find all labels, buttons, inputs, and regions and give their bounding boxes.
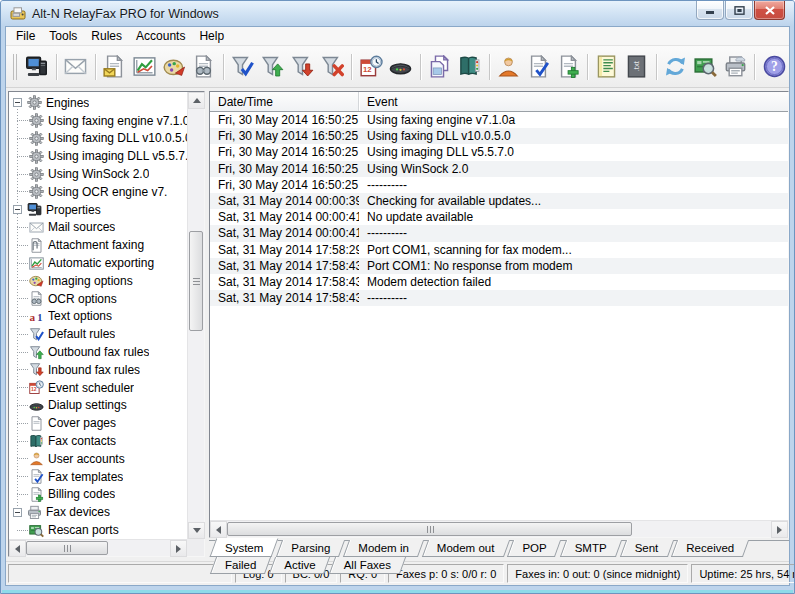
toolbar-button-card-magnifier[interactable] — [691, 52, 719, 82]
tree-item-using-imaging-dll-v5-5-7-0[interactable]: Using imaging DLL v5.5.7.0 — [9, 147, 187, 165]
tree-expand-toggle[interactable] — [13, 98, 22, 107]
tree-item-engines[interactable]: Engines — [9, 94, 187, 112]
scroll-down-button[interactable] — [188, 522, 205, 539]
toolbar-button-doc-binoculars[interactable] — [190, 52, 218, 82]
log-row[interactable]: Sat, 31 May 2014 17:58:43---------- — [210, 290, 788, 306]
tree-item-using-faxing-dll-v10-0-5-0[interactable]: Using faxing DLL v10.0.5.0 — [9, 130, 187, 148]
minimize-button[interactable] — [696, 1, 724, 20]
scroll-right-button[interactable] — [771, 521, 788, 538]
tab-pop[interactable]: POP — [510, 540, 558, 557]
tree-item-using-faxing-engine-v7-1-0a[interactable]: Using faxing engine v7.1.0a — [9, 112, 187, 130]
tab-modem-in[interactable]: Modem in — [346, 540, 421, 557]
toolbar-button-chart[interactable] — [130, 52, 158, 82]
tree-item-using-winsock-2-0[interactable]: Using WinSock 2.0 — [9, 165, 187, 183]
tab-active[interactable]: Active — [272, 557, 327, 574]
tree-item-fax-devices[interactable]: Fax devices — [9, 503, 187, 521]
scrollbar-thumb[interactable] — [26, 541, 108, 555]
scrollbar-track[interactable] — [227, 521, 771, 537]
toolbar-button-doc-check[interactable] — [524, 52, 552, 82]
app-fax-icon[interactable] — [10, 6, 26, 22]
tree-horizontal-scrollbar[interactable] — [9, 539, 187, 556]
log-row[interactable]: Sat, 31 May 2014 17:58:43Modem detection… — [210, 274, 788, 290]
log-row[interactable]: Sat, 31 May 2014 17:58:29Port COM1, scan… — [210, 242, 788, 258]
toolbar-button-refresh[interactable] — [662, 52, 690, 82]
tree-expand-toggle[interactable] — [13, 508, 22, 517]
tree-item-billing-codes[interactable]: Billing codes — [9, 486, 187, 504]
tree-item-fax-templates[interactable]: Fax templates — [9, 468, 187, 486]
tree-item-automatic-exporting[interactable]: Automatic exporting — [9, 254, 187, 272]
toolbar-button-book[interactable] — [456, 52, 484, 82]
tree-item-rescan-ports[interactable]: Rescan ports — [9, 521, 187, 539]
toolbar-button-funnel-down[interactable] — [289, 52, 317, 82]
tree-item-attachment-faxing[interactable]: Attachment faxing — [9, 236, 187, 254]
toolbar-button-printer-cloud[interactable] — [721, 52, 749, 82]
tree-item-outbound-fax-rules[interactable]: Outbound fax rules — [9, 343, 187, 361]
log-row[interactable]: Fri, 30 May 2014 16:50:25Using imaging D… — [210, 144, 788, 160]
tab-modem-out[interactable]: Modem out — [425, 540, 507, 557]
menu-item-rules[interactable]: Rules — [84, 28, 129, 44]
scrollbar-thumb[interactable] — [189, 231, 203, 331]
toolbar-button-help[interactable]: ? — [760, 52, 788, 82]
toolbar-button-person[interactable] — [494, 52, 522, 82]
menu-item-accounts[interactable]: Accounts — [129, 28, 192, 44]
scroll-left-button[interactable] — [9, 540, 26, 557]
tree-item-cover-pages[interactable]: Cover pages — [9, 414, 187, 432]
tree-vertical-scrollbar[interactable] — [187, 92, 204, 539]
tab-received[interactable]: Received — [674, 540, 746, 557]
tree-item-properties[interactable]: Properties — [9, 201, 187, 219]
tree-item-user-accounts[interactable]: User accounts — [9, 450, 187, 468]
toolbar-gripper[interactable] — [13, 54, 14, 80]
toolbar-button-funnel-x[interactable] — [318, 52, 346, 82]
tab-failed[interactable]: Failed — [213, 557, 268, 574]
toolbar-button-doc-mail[interactable] — [100, 52, 128, 82]
scroll-right-button[interactable] — [170, 540, 187, 557]
tree-item-default-rules[interactable]: Default rules — [9, 325, 187, 343]
toolbar-button-docs-copy[interactable] — [426, 52, 454, 82]
scrollbar-track[interactable] — [188, 109, 204, 522]
tree-item-mail-sources[interactable]: Mail sources — [9, 219, 187, 237]
tab-parsing[interactable]: Parsing — [279, 540, 342, 557]
scroll-up-button[interactable] — [188, 92, 205, 109]
toolbar-button-dark-doc[interactable]: .txt — [623, 52, 651, 82]
tab-smtp[interactable]: SMTP — [563, 540, 619, 557]
tree-expand-toggle[interactable] — [13, 205, 22, 214]
menu-item-help[interactable]: Help — [192, 28, 231, 44]
tab-system[interactable]: System — [213, 540, 275, 557]
menu-item-file[interactable]: File — [9, 28, 42, 44]
toolbar-button-list-doc[interactable] — [593, 52, 621, 82]
title-bar[interactable]: Alt-N RelayFax PRO for Windows — [1, 1, 794, 26]
tree-item-ocr-options[interactable]: OCR options — [9, 290, 187, 308]
scrollbar-track[interactable] — [26, 540, 170, 556]
tree-item-inbound-fax-rules[interactable]: Inbound fax rules — [9, 361, 187, 379]
tree-item-fax-contacts[interactable]: Fax contacts — [9, 432, 187, 450]
log-row[interactable]: Sat, 31 May 2014 00:00:41---------- — [210, 225, 788, 241]
scroll-left-button[interactable] — [210, 521, 227, 538]
tab-sent[interactable]: Sent — [623, 540, 671, 557]
log-row[interactable]: Fri, 30 May 2014 16:50:25Using WinSock 2… — [210, 161, 788, 177]
toolbar-button-funnel-up[interactable] — [259, 52, 287, 82]
menu-item-tools[interactable]: Tools — [42, 28, 84, 44]
toolbar-button-doc-plus[interactable] — [554, 52, 582, 82]
log-horizontal-scrollbar[interactable] — [210, 520, 788, 537]
log-row[interactable]: Sat, 31 May 2014 00:00:39Checking for av… — [210, 193, 788, 209]
toolbar-button-funnel-check[interactable] — [229, 52, 257, 82]
toolbar-button-envelope[interactable] — [62, 52, 90, 82]
log-row[interactable]: Sat, 31 May 2014 00:00:41No update avail… — [210, 209, 788, 225]
toolbar-button-palette[interactable] — [160, 52, 188, 82]
toolbar-button-modem[interactable] — [387, 52, 415, 82]
tree-item-imaging-options[interactable]: Imaging options — [9, 272, 187, 290]
tree-item-using-ocr-engine-v7[interactable]: Using OCR engine v7. — [9, 183, 187, 201]
column-header-event[interactable]: Event — [359, 92, 788, 111]
toolbar-button-calendar-clock[interactable]: 12 — [357, 52, 385, 82]
log-row[interactable]: Fri, 30 May 2014 16:50:25Using faxing DL… — [210, 128, 788, 144]
maximize-button[interactable] — [725, 1, 753, 20]
tree-item-text-options[interactable]: a1Text options — [9, 308, 187, 326]
log-row[interactable]: Fri, 30 May 2014 16:50:25Using faxing en… — [210, 112, 788, 128]
tree-item-event-scheduler[interactable]: 12Event scheduler — [9, 379, 187, 397]
scrollbar-thumb[interactable] — [227, 522, 632, 536]
column-header-datetime[interactable]: Date/Time — [210, 92, 359, 111]
toolbar-button-computer[interactable] — [23, 52, 51, 82]
log-row[interactable]: Sat, 31 May 2014 17:58:43Port COM1: No r… — [210, 258, 788, 274]
log-row[interactable]: Fri, 30 May 2014 16:50:25---------- — [210, 177, 788, 193]
close-button[interactable] — [754, 1, 785, 20]
